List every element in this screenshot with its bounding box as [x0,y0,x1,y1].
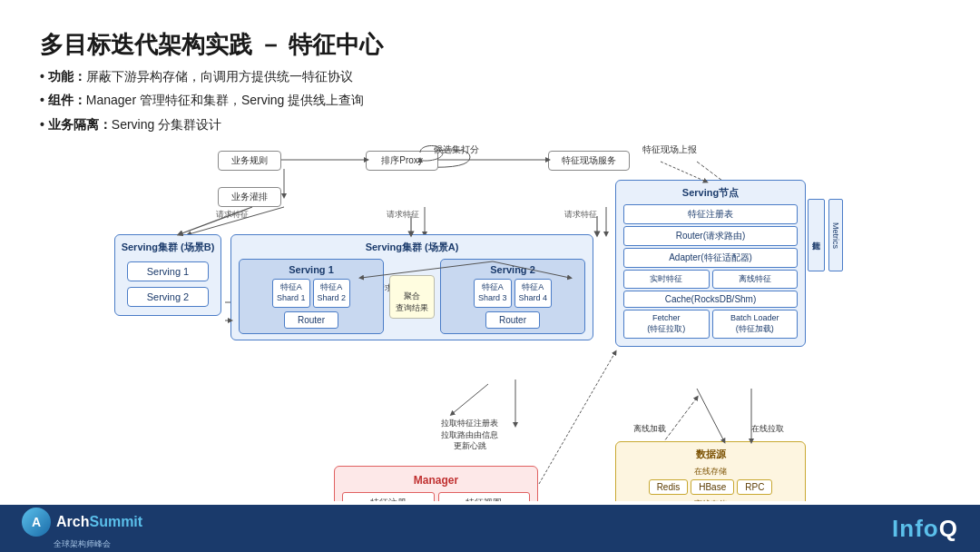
svg-line-20 [697,389,724,441]
agg-box: 聚合 查询结果 [389,275,435,319]
metrics-label: Metrics [828,199,843,271]
req-label-a: 请求特征 [387,209,419,221]
realtime-feature: 实时特征 [623,270,710,289]
shard1: 特征AShard 1 [272,279,310,307]
bullets-section: 功能：屏蔽下游异构存储，向调用方提供统一特征协议 组件：Manager 管理特征… [22,66,958,140]
svg-line-19 [661,162,706,182]
arch-logo-sub: 全球架构师峰会 [54,538,111,550]
req-label-scene: 请求特征 [564,209,597,221]
cluster-b-serving2: Serving 2 [127,287,209,307]
router1: Router [284,311,338,329]
fetcher-box: Fetcher(特征拉取) [623,310,710,338]
datasource-box: 数据源 在线存储 Redis HBase RPC 离线存储 HDFS HIVE … [615,441,806,501]
detail-row-2: Router(请求路由) [623,226,798,246]
batch-loader-box: Batch Loader(特征加载) [712,310,799,338]
detail-row-1: 特征注册表 [623,204,798,224]
shard4: 特征AShard 4 [514,279,553,307]
arch-logo-icon: A [22,508,51,537]
top-header: 多目标迭代架构实践 － 特征中心 功能：屏蔽下游异构存储，向调用方提供统一特征协… [0,0,980,143]
bullet-2: 组件：Manager 管理特征和集群，Serving 提供线上查询 [40,90,940,110]
serving1-title: Serving 1 [289,264,334,275]
router2: Router [485,311,540,329]
cluster-a-label: Serving集群 (场景A) [239,241,585,253]
manager-title: Manager [342,474,530,487]
sort-proxy-box: 排序Proxy [366,151,438,171]
main-container: 多目标迭代架构实践 － 特征中心 功能：屏蔽下游异构存储，向调用方提供统一特征协… [0,0,980,552]
page-title: 多目标迭代架构实践 － 特征中心 [22,13,958,66]
biz-rules-box: 业务规则 [218,151,281,171]
manager-box: Manager 特征注册 特征视图 分片管理 特征监控 离线加载任务 ETCD [334,466,538,501]
bullet-1: 功能：屏蔽下游异构存储，向调用方提供统一特征协议 [40,66,940,86]
serving2-node: Serving 2 特征AShard 3 特征AShard 4 Router [440,259,585,333]
cluster-b-serving1: Serving 1 [127,261,209,281]
redis-cell: Redis [649,479,689,495]
biz-queue-box: 业务灌排 [218,187,281,207]
serving-detail-title: Serving节点 [623,186,798,200]
online-pull-label: 在线拉取 [751,423,784,435]
cluster-b: Serving集群 (场景B) Serving 1 Serving 2 [114,234,221,316]
infoq-logo: InfoQ [892,515,958,543]
req-label-b: 请求特征 [216,209,249,221]
detail-row-3: Adapter(特征适配器) [623,248,798,268]
cache-row: Cache(RocksDB/Shm) [623,291,798,308]
cluster-a: Serving集群 (场景A) 请求拆分 Serving 1 特征AShard … [230,234,593,340]
offline-load-label: 离线加载 [633,423,666,435]
footer-left: A ArchSummit 全球架构师峰会 [22,508,142,550]
candidate-score-label: 候选集打分 [434,143,479,156]
serving2-title: Serving 2 [490,264,535,275]
offline-storage-label: 离线存储 [623,498,798,501]
hbase-cell: HBase [691,479,734,495]
bullet-3: 业务隔离：Serving 分集群设计 [40,114,940,134]
diagram-area: 业务规则 排序Proxy 特征现场服务 候选集打分 特征现场上报 请求特征 请求… [7,143,973,501]
shard3: 特征AShard 3 [474,279,512,307]
manager-cell-2: 特征视图 [438,492,531,501]
online-storage-label: 在线存储 [623,466,798,478]
rpc-cell: RPC [737,479,772,495]
manager-cell-1: 特征注册 [342,492,435,501]
svg-line-16 [452,384,488,414]
fetch-info-label: 拉取特征注册表拉取路由由信息更新心跳 [441,418,498,452]
serving-detail-box: Serving节点 特征注册表 Router(请求路由) Adapter(特征适… [615,180,806,346]
arch-logo-text: ArchSummit [56,514,142,530]
shard2: 特征AShard 2 [313,279,351,307]
exec-plan-label: 执行计划 [808,199,825,271]
feature-scene-box: 特征现场服务 [548,151,630,171]
serving1-node: Serving 1 特征AShard 1 特征AShard 2 Router [239,259,384,333]
cluster-b-label: Serving集群 (场景B) [122,241,215,253]
footer: A ArchSummit 全球架构师峰会 InfoQ [0,505,980,552]
arch-logo: A ArchSummit 全球架构师峰会 [22,508,142,550]
svg-line-18 [539,352,615,484]
feature-report-label: 特征现场上报 [642,143,697,156]
offline-feature: 离线特征 [712,270,799,289]
datasource-title: 数据源 [623,448,798,461]
